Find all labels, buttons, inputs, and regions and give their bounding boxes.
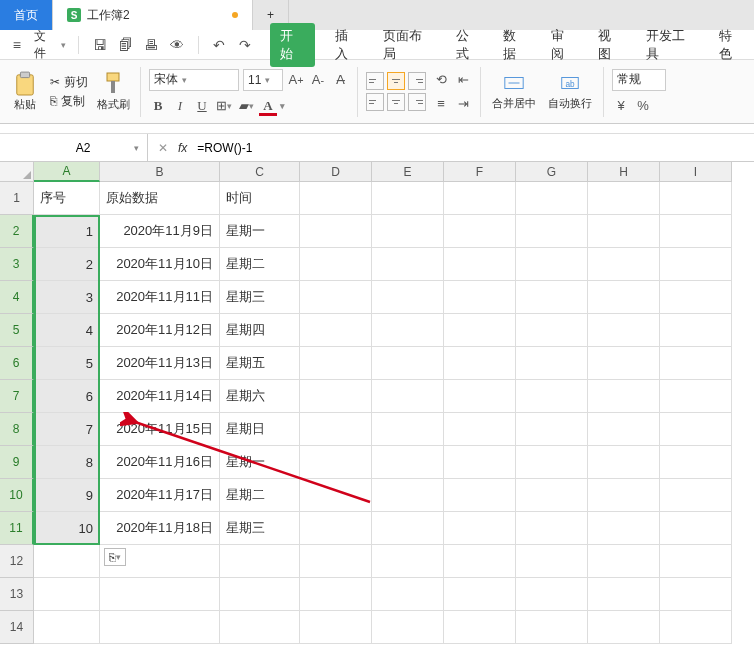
cell[interactable] (660, 611, 732, 644)
cell[interactable] (516, 347, 588, 380)
decrease-font-icon[interactable]: A- (309, 71, 327, 89)
row-header-7[interactable]: 7 (0, 380, 34, 413)
cell[interactable] (588, 413, 660, 446)
wrap-text-button[interactable]: ab 自动换行 (545, 72, 595, 111)
cell[interactable] (516, 215, 588, 248)
row-header-12[interactable]: 12 (0, 545, 34, 578)
file-menu[interactable]: 文件▾ (34, 28, 66, 62)
cell[interactable]: 3 (34, 281, 100, 314)
cell[interactable]: 2020年11月12日 (100, 314, 220, 347)
cell[interactable] (444, 281, 516, 314)
tab-layout[interactable]: 页面布局 (381, 23, 436, 67)
cell[interactable] (372, 281, 444, 314)
cell[interactable] (372, 578, 444, 611)
col-header-B[interactable]: B (100, 162, 220, 182)
cell[interactable] (588, 578, 660, 611)
cell[interactable] (588, 215, 660, 248)
cell[interactable]: 2020年11月17日 (100, 479, 220, 512)
cell[interactable]: 8 (34, 446, 100, 479)
merge-center-button[interactable]: 合并居中 (489, 72, 539, 111)
cell[interactable] (516, 611, 588, 644)
cell[interactable] (516, 545, 588, 578)
cell[interactable] (516, 446, 588, 479)
cell[interactable] (300, 578, 372, 611)
row-header-6[interactable]: 6 (0, 347, 34, 380)
col-header-E[interactable]: E (372, 162, 444, 182)
col-header-G[interactable]: G (516, 162, 588, 182)
cell[interactable] (444, 611, 516, 644)
border-button[interactable]: ⊞▾ (215, 97, 233, 115)
cell[interactable] (100, 578, 220, 611)
row-header-10[interactable]: 10 (0, 479, 34, 512)
cell[interactable]: 星期六 (220, 380, 300, 413)
cell[interactable]: 星期二 (220, 248, 300, 281)
cell[interactable]: 时间 (220, 182, 300, 215)
align-bottom-center[interactable] (387, 93, 405, 111)
row-header-8[interactable]: 8 (0, 413, 34, 446)
cell[interactable] (444, 215, 516, 248)
col-header-I[interactable]: I (660, 162, 732, 182)
cell[interactable]: 2020年11月11日 (100, 281, 220, 314)
italic-button[interactable]: I (171, 97, 189, 115)
print-icon[interactable]: 🖶 (142, 36, 160, 54)
print-preview-icon[interactable]: 👁 (168, 36, 186, 54)
cell[interactable]: 1 (34, 215, 100, 248)
cell[interactable] (220, 611, 300, 644)
cell[interactable] (660, 446, 732, 479)
cell[interactable] (34, 578, 100, 611)
cell[interactable]: 2020年11月16日 (100, 446, 220, 479)
save-as-icon[interactable]: 🗐 (117, 36, 135, 54)
paste-button[interactable]: 粘贴 (6, 71, 44, 112)
cell[interactable] (660, 578, 732, 611)
chevron-down-icon[interactable]: ▾ (134, 143, 139, 153)
cell[interactable] (660, 215, 732, 248)
row-header-5[interactable]: 5 (0, 314, 34, 347)
cell[interactable] (660, 512, 732, 545)
cell[interactable] (660, 248, 732, 281)
cell[interactable] (300, 446, 372, 479)
cell[interactable] (660, 347, 732, 380)
cell[interactable]: 星期二 (220, 479, 300, 512)
cell[interactable] (660, 281, 732, 314)
cell[interactable]: 2020年11月15日 (100, 413, 220, 446)
cell[interactable] (444, 182, 516, 215)
cell[interactable] (300, 281, 372, 314)
cell[interactable] (220, 578, 300, 611)
cell[interactable]: 2020年11月18日 (100, 512, 220, 545)
autofill-options-button[interactable]: ⎘▾ (104, 548, 126, 566)
cell[interactable] (660, 380, 732, 413)
cell[interactable] (372, 314, 444, 347)
align-top-right[interactable] (408, 72, 426, 90)
cell[interactable] (660, 314, 732, 347)
cell[interactable] (588, 512, 660, 545)
menu-icon[interactable]: ≡ (8, 36, 26, 54)
cell[interactable] (300, 413, 372, 446)
tab-special[interactable]: 特色 (717, 23, 746, 67)
col-header-F[interactable]: F (444, 162, 516, 182)
cell[interactable] (444, 380, 516, 413)
cell[interactable] (372, 347, 444, 380)
cell[interactable]: 2020年11月10日 (100, 248, 220, 281)
format-painter-button[interactable]: 格式刷 (94, 71, 132, 112)
row-header-9[interactable]: 9 (0, 446, 34, 479)
percent-button[interactable]: % (634, 97, 652, 115)
cell[interactable]: 6 (34, 380, 100, 413)
cell[interactable] (444, 314, 516, 347)
cell[interactable] (588, 314, 660, 347)
cell[interactable]: 星期日 (220, 413, 300, 446)
cell[interactable] (588, 182, 660, 215)
cell[interactable] (660, 182, 732, 215)
cell[interactable] (300, 347, 372, 380)
cell[interactable] (34, 611, 100, 644)
font-color-button[interactable]: A▾ (259, 97, 277, 115)
cell[interactable] (660, 413, 732, 446)
cell[interactable] (372, 479, 444, 512)
cut-button[interactable]: ✂剪切 (50, 74, 88, 91)
cell[interactable]: 原始数据 (100, 182, 220, 215)
cell[interactable]: 2020年11月13日 (100, 347, 220, 380)
cell[interactable] (588, 281, 660, 314)
cell[interactable] (372, 248, 444, 281)
name-box[interactable]: ▾ (0, 134, 148, 161)
cell[interactable] (300, 479, 372, 512)
increase-indent-button[interactable]: ⇥ (454, 95, 472, 113)
